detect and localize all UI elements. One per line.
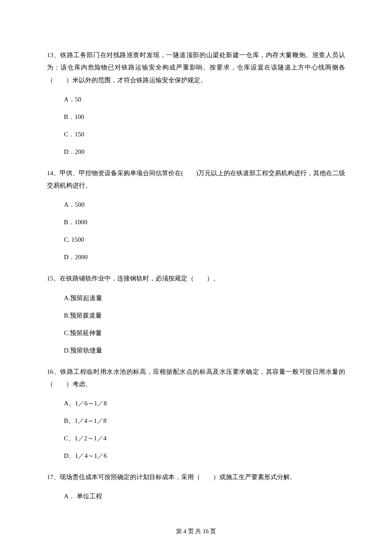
option-b: B.预留拨道量 — [64, 310, 345, 321]
option-a: A、1／6～1／8 — [64, 398, 345, 408]
option-a: A．50 — [64, 94, 345, 104]
option-b: B．1000 — [64, 217, 345, 227]
question-text: 17、现场责任成本可按照确定的计划目标成本，采用（ ）或施工生产要素形式分解。 — [47, 471, 345, 483]
question-text: 14、甲供、甲控物资设备采购单项合同估算价在( )万元以上的在铁道部工程交易机构… — [47, 167, 345, 192]
options-list: A.预留起道量 B.预留拨道量 C.预留延伸量 D.预留轨缝量 — [47, 293, 345, 356]
option-b: B．100 — [64, 112, 345, 122]
question-text: 15、在铁路铺轨作业中，连接钢轨时，必须按规定（ ）。 — [47, 272, 345, 285]
option-a: A． 单位工程 — [64, 491, 345, 501]
question-14: 14、甲供、甲控物资设备采购单项合同估算价在( )万元以上的在铁道部工程交易机构… — [47, 167, 345, 263]
option-c: C、1／2～1／4 — [64, 433, 345, 443]
question-17: 17、现场责任成本可按照确定的计划目标成本，采用（ ）或施工生产要素形式分解。 … — [47, 471, 345, 501]
option-c: C.预留延伸量 — [64, 328, 345, 338]
question-text: 13、铁路工务部门在对线路巡查时发现，一隧道顶部的山梁处新建一仓库，内存大量鞭炮… — [47, 49, 345, 87]
question-13: 13、铁路工务部门在对线路巡查时发现，一隧道顶部的山梁处新建一仓库，内存大量鞭炮… — [47, 49, 345, 157]
options-list: A．50 B．100 C．150 D．200 — [47, 94, 345, 157]
question-16: 16、铁路工程临时用水水池的标高，应根据配水点的标高及水压要求确定，其容量一般可… — [47, 366, 345, 461]
option-b: B、1／4～1／8 — [64, 416, 345, 426]
option-d: D、1／4～1／6 — [64, 451, 345, 461]
question-text: 16、铁路工程临时用水水池的标高，应根据配水点的标高及水压要求确定，其容量一般可… — [47, 366, 345, 391]
question-15: 15、在铁路铺轨作业中，连接钢轨时，必须按规定（ ）。 A.预留起道量 B.预留… — [47, 272, 345, 355]
options-list: A、1／6～1／8 B、1／4～1／8 C、1／2～1／4 D、1／4～1／6 — [47, 398, 345, 461]
page-footer: 第 4 页 共 16 页 — [0, 528, 392, 535]
options-list: A． 单位工程 — [47, 491, 345, 501]
options-list: A．500 B．1000 C. 1500 D．2000 — [47, 199, 345, 262]
option-c: C. 1500 — [64, 234, 345, 245]
option-d: D.预留轨缝量 — [64, 345, 345, 356]
option-d: D．200 — [64, 147, 345, 157]
option-a: A.预留起道量 — [64, 293, 345, 303]
page-content: 13、铁路工务部门在对线路巡查时发现，一隧道顶部的山梁处新建一仓库，内存大量鞭炮… — [0, 0, 392, 501]
option-d: D．2000 — [64, 252, 345, 262]
option-a: A．500 — [64, 199, 345, 210]
option-c: C．150 — [64, 129, 345, 139]
